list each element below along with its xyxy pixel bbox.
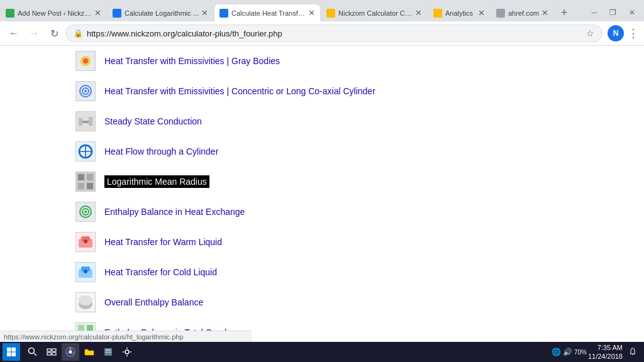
svg-point-2	[83, 58, 88, 63]
tab-6[interactable]: ahref.com ✕	[491, 4, 554, 21]
back-button[interactable]: ←	[5, 25, 23, 42]
tab-4-label: Nickzom Calculator Ca...	[338, 9, 413, 17]
svg-point-71	[130, 351, 131, 353]
list-item-1-icon	[76, 52, 95, 70]
tab-1-close[interactable]: ✕	[92, 8, 101, 18]
tab-6-close[interactable]: ✕	[539, 8, 548, 18]
list-item-6[interactable]: Enthalpy Balance in Heat Exchange	[0, 197, 644, 227]
svg-point-67	[125, 350, 129, 354]
list-item-6-thumb	[75, 202, 96, 222]
list-item-7-thumb	[75, 232, 96, 252]
tab-6-label: ahref.com	[508, 9, 539, 17]
lock-icon: 🔒	[74, 29, 83, 38]
list-item-2-label: Heat Transfer with Emissivities | Concen…	[104, 86, 375, 96]
forward-button[interactable]: →	[25, 25, 43, 42]
svg-rect-65	[108, 352, 109, 353]
tab-1[interactable]: Add New Post ‹ Nickzo... ✕	[0, 4, 107, 21]
svg-rect-47	[7, 348, 11, 352]
task-view-button[interactable]	[43, 343, 60, 361]
tab-2-label: Calculate Logarithmic ...	[125, 9, 199, 17]
profile-icon[interactable]: N	[608, 25, 624, 41]
taskbar-clock[interactable]: 7:35 AM 11/24/2018	[588, 343, 623, 361]
task-view-icon	[47, 347, 57, 357]
network-icon: 🌐	[552, 348, 561, 356]
list-item-6-icon	[76, 202, 95, 221]
restore-button[interactable]: ❐	[606, 7, 620, 18]
calculator-taskbar-icon[interactable]	[99, 343, 117, 361]
svg-point-34	[79, 295, 92, 305]
bookmark-icon[interactable]: ☆	[586, 28, 594, 38]
tab-4[interactable]: Nickzom Calculator Ca... ✕	[321, 4, 428, 21]
svg-line-61	[67, 353, 69, 354]
file-explorer-icon	[84, 347, 94, 357]
list-item-9[interactable]: Overall Enthalpy Balance	[0, 287, 644, 317]
browser-taskbar-icon[interactable]	[62, 343, 79, 361]
file-explorer-taskbar-icon[interactable]	[80, 343, 98, 361]
list-item-7[interactable]: Heat Transfer for Warm Liquid	[0, 227, 644, 257]
minimize-button[interactable]: ─	[587, 7, 601, 18]
svg-rect-54	[52, 349, 56, 351]
svg-rect-18	[78, 183, 84, 189]
tab-bar-row: Add New Post ‹ Nickzo... ✕ Calculate Log…	[0, 4, 644, 21]
list-item-4-icon	[76, 142, 95, 161]
tab-3-favicon	[219, 9, 228, 18]
svg-point-31	[84, 270, 87, 273]
svg-point-6	[84, 90, 87, 92]
tab-5-favicon	[433, 9, 442, 18]
volume-icon: 🔊	[563, 348, 572, 356]
system-tray: 🌐 🔊 70%	[552, 348, 587, 356]
new-tab-button[interactable]: +	[555, 4, 573, 21]
list-item-5-label: Logarithmic Mean Radius	[104, 175, 209, 188]
svg-point-68	[126, 348, 128, 349]
tab-2-favicon	[113, 9, 121, 18]
reload-button[interactable]: ↻	[45, 25, 63, 42]
address-bar[interactable]: 🔒 https://www.nickzom.org/calculator-plu…	[65, 25, 602, 42]
list-item-8-thumb	[75, 262, 96, 282]
settings-taskbar-icon[interactable]	[118, 343, 136, 361]
nav-bar: ← → ↻ 🔒 https://www.nickzom.org/calculat…	[0, 21, 644, 45]
more-options-button[interactable]: ⋮	[628, 26, 639, 40]
svg-rect-10	[89, 117, 92, 126]
svg-point-51	[29, 348, 35, 354]
taskbar-date-text: 11/24/2018	[588, 352, 623, 361]
svg-point-69	[126, 355, 128, 356]
list-item-2-thumb	[75, 81, 96, 101]
svg-point-70	[123, 351, 124, 353]
list-item-8-icon	[76, 263, 95, 282]
list-item-3-icon	[76, 112, 95, 131]
calculator-icon	[103, 347, 113, 357]
list-item-2[interactable]: Heat Transfer with Emissivities | Concen…	[0, 76, 644, 106]
page-content: Heat Transfer with Emissivities | Gray B…	[0, 46, 644, 343]
profile-area: N ⋮	[608, 25, 639, 41]
taskbar-time-text: 7:35 AM	[588, 343, 623, 352]
svg-point-27	[84, 239, 87, 243]
svg-line-52	[34, 353, 36, 356]
list-item-8[interactable]: Heat Transfer for Cold Liquid	[0, 257, 644, 287]
tab-3-close[interactable]: ✕	[306, 8, 315, 18]
notification-icon[interactable]	[624, 343, 641, 361]
list-item-4[interactable]: Heat Flow through a Cylinder	[0, 136, 644, 167]
window-controls: ─ ❐ ✕	[587, 7, 644, 18]
svg-point-23	[84, 211, 87, 213]
list-item-8-label: Heat Transfer for Cold Liquid	[104, 267, 217, 277]
start-button[interactable]	[3, 343, 20, 361]
tab-2-close[interactable]: ✕	[199, 8, 208, 18]
svg-rect-19	[87, 183, 93, 189]
tab-2[interactable]: Calculate Logarithmic ... ✕	[107, 4, 214, 21]
notification-bell-icon	[628, 348, 637, 356]
tab-5-close[interactable]: ✕	[475, 8, 485, 18]
tab-5[interactable]: Analytics ✕	[428, 4, 491, 21]
list-item-3-label: Steady State Conduction	[104, 116, 202, 126]
list-item-9-icon	[76, 293, 95, 312]
windows-logo-icon	[6, 347, 16, 357]
list-item-1[interactable]: Heat Transfer with Emissivities | Gray B…	[0, 46, 644, 76]
list-item-3[interactable]: Steady State Conduction	[0, 106, 644, 136]
list-item-5[interactable]: Logarithmic Mean Radius	[0, 167, 644, 197]
search-taskbar-button[interactable]	[24, 343, 42, 361]
url-text: https://www.nickzom.org/calculator-plus/…	[87, 29, 282, 38]
tab-3[interactable]: Calculate Heat Transfer... ✕	[214, 4, 321, 21]
svg-rect-55	[47, 353, 51, 355]
list-item-9-label: Overall Enthalpy Balance	[104, 297, 203, 307]
close-button[interactable]: ✕	[625, 7, 639, 18]
tab-4-close[interactable]: ✕	[413, 8, 422, 18]
